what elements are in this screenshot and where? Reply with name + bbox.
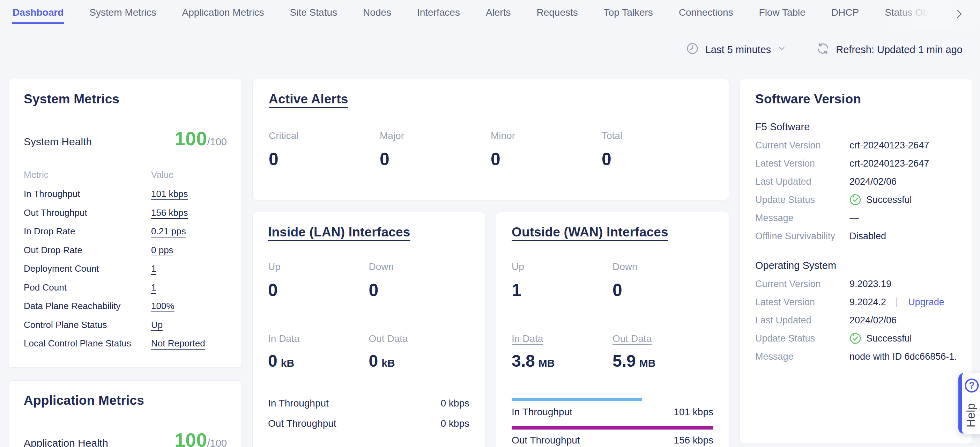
health-label: Application Health: [24, 437, 108, 447]
row-value: 9.2023.19: [850, 275, 957, 293]
throughput-row: Out Throughput156 kbps: [512, 435, 713, 446]
metric-label: In Drop Rate: [24, 222, 151, 241]
software-version-card: Software Version F5 SoftwareCurrent Vers…: [740, 79, 972, 444]
health-value: 100: [175, 429, 207, 447]
wan-stat-up: Up1: [512, 261, 612, 300]
help-label: Help: [964, 403, 978, 428]
row-value-text: —: [850, 209, 859, 227]
stat-label: Total: [602, 130, 713, 141]
metric-value-link[interactable]: Up: [151, 316, 162, 335]
metric-label: Out Drop Rate: [24, 241, 151, 260]
upgrade-link[interactable]: Upgrade: [908, 293, 944, 311]
throughput-row: In Throughput0 kbps: [268, 398, 469, 409]
row-label: Last Updated: [755, 172, 850, 191]
system-health-row: System Health 100/100: [24, 128, 227, 150]
stat-value: 0: [369, 280, 470, 300]
stat-label: Up: [268, 261, 369, 272]
metric-value-link[interactable]: 0.21 pps: [151, 222, 186, 241]
row-value: crt-20240123-2647: [850, 136, 957, 154]
alert-stat-total: Total0: [602, 130, 713, 169]
nav-tab-dhcp[interactable]: DHCP: [830, 7, 860, 24]
data-total-label-link[interactable]: Out Data: [612, 333, 652, 344]
health-value: 100: [175, 128, 207, 150]
alert-stats: Critical0Major0Minor0Total0: [269, 130, 713, 169]
section-heading-operating-system: Operating System: [755, 260, 957, 271]
row-value-text: crt-20240123-2647: [850, 136, 929, 154]
row-label: Latest Version: [755, 154, 850, 172]
stat-label: Minor: [491, 130, 602, 141]
nav-tab-requests[interactable]: Requests: [536, 7, 578, 24]
wan-interfaces-title-link[interactable]: Outside (WAN) Interfaces: [512, 225, 668, 239]
refresh-button[interactable]: Refresh: Updated 1 min ago: [816, 42, 963, 57]
nav-tab-top-talkers[interactable]: Top Talkers: [603, 7, 654, 24]
active-alerts-title-link[interactable]: Active Alerts: [269, 92, 348, 107]
nav-tab-connections[interactable]: Connections: [678, 7, 734, 24]
software-row-update-status: Update StatusSuccessful: [755, 191, 957, 209]
stat-value: 0: [491, 149, 602, 169]
software-row-last-updated: Last Updated2024/02/06: [755, 172, 957, 191]
active-alerts-card: Active Alerts Critical0Major0Minor0Total…: [252, 79, 729, 200]
nav-tab-flow-table[interactable]: Flow Table: [758, 7, 806, 24]
table-row: Deployment Count1: [24, 259, 227, 278]
data-total-label-link[interactable]: In Data: [512, 333, 543, 344]
health-suffix: /100: [207, 437, 227, 447]
wan-out-data: Out Data5.9MB: [612, 333, 713, 370]
lan-interfaces-title-link[interactable]: Inside (LAN) Interfaces: [268, 225, 410, 239]
nav-tab-system-metrics[interactable]: System Metrics: [89, 7, 157, 24]
nav-overflow-chevron-right-icon[interactable]: [952, 7, 966, 21]
nav-tab-alerts[interactable]: Alerts: [485, 7, 512, 24]
metric-label: In Throughput: [24, 185, 151, 204]
row-value-text: Disabled: [850, 227, 886, 245]
software-row-latest-version: Latest Versioncrt-20240123-2647: [755, 154, 957, 172]
throughput-value: 156 kbps: [674, 435, 713, 446]
nav-tab-application-metrics[interactable]: Application Metrics: [181, 7, 265, 24]
lan-throughput-list: In Throughput0 kbpsOut Throughput0 kbps: [268, 398, 469, 429]
lan-updown-stats: Up0Down0: [268, 261, 469, 300]
row-value-text: 2024/02/06: [850, 311, 897, 329]
nav-tab-site-status[interactable]: Site Status: [290, 7, 338, 24]
data-total-number: 5.9: [612, 352, 636, 370]
table-row: Pod Count1: [24, 278, 227, 297]
metric-value-link[interactable]: 0 pps: [151, 241, 173, 260]
row-value: crt-20240123-2647: [850, 154, 957, 172]
stat-value: 1: [512, 280, 612, 300]
system-metrics-table: Metric Value In Throughput101 kbpsOut Th…: [24, 169, 227, 353]
data-total-number: 0: [369, 352, 378, 370]
metric-value-link[interactable]: 1: [151, 278, 156, 297]
throughput-row: Out Throughput0 kbps: [268, 418, 469, 429]
alert-stat-critical: Critical0: [269, 130, 380, 169]
time-range-selector[interactable]: Last 5 minutes: [686, 42, 787, 57]
metric-value-link[interactable]: 1: [151, 259, 156, 278]
metric-value-link[interactable]: 101 kbps: [151, 185, 188, 204]
value-column-header: Value: [151, 169, 227, 180]
lan-data-totals: In Data0kBOut Data0kB: [268, 333, 469, 370]
metric-value-link[interactable]: 156 kbps: [151, 204, 188, 222]
data-total-value: 5.9MB: [612, 351, 713, 370]
row-value: Successful: [850, 191, 957, 209]
wan-throughput-list: In Throughput101 kbpsOut Throughput156 k…: [512, 398, 713, 446]
table-row: Control Plane StatusUp: [24, 316, 227, 335]
row-value-text: node with ID 6dc66856-1...: [850, 348, 957, 366]
data-total-value: 0kB: [268, 351, 369, 370]
software-row-last-updated: Last Updated2024/02/06: [755, 311, 957, 329]
application-health-row: Application Health 100/100: [24, 429, 227, 447]
nav-tab-dashboard[interactable]: Dashboard: [12, 7, 64, 24]
nav-fade: [889, 0, 980, 29]
card-title: System Metrics: [24, 92, 119, 107]
throughput-value: 0 kbps: [441, 418, 470, 429]
row-value-text: Successful: [866, 191, 912, 209]
wan-interfaces-card: Outside (WAN) Interfaces Up1Down0 In Dat…: [496, 212, 729, 447]
software-version-sections: F5 SoftwareCurrent Versioncrt-20240123-2…: [755, 121, 957, 366]
nav-tab-interfaces[interactable]: Interfaces: [416, 7, 461, 24]
lan-stat-down: Down0: [369, 261, 470, 300]
metric-value-link[interactable]: 100%: [151, 297, 175, 316]
row-value: 2024/02/06: [850, 172, 957, 191]
throughput-label: Out Throughput: [512, 435, 580, 446]
software-row-message: Message—: [755, 209, 957, 227]
help-tab[interactable]: ? Help: [958, 373, 980, 434]
metric-value-link[interactable]: Not Reported: [151, 334, 205, 353]
application-metrics-card: Application Metrics Application Health 1…: [9, 380, 242, 447]
table-row: Local Control Plane StatusNot Reported: [24, 334, 227, 353]
nav-tab-nodes[interactable]: Nodes: [362, 7, 392, 24]
data-total-unit: kB: [382, 357, 395, 369]
